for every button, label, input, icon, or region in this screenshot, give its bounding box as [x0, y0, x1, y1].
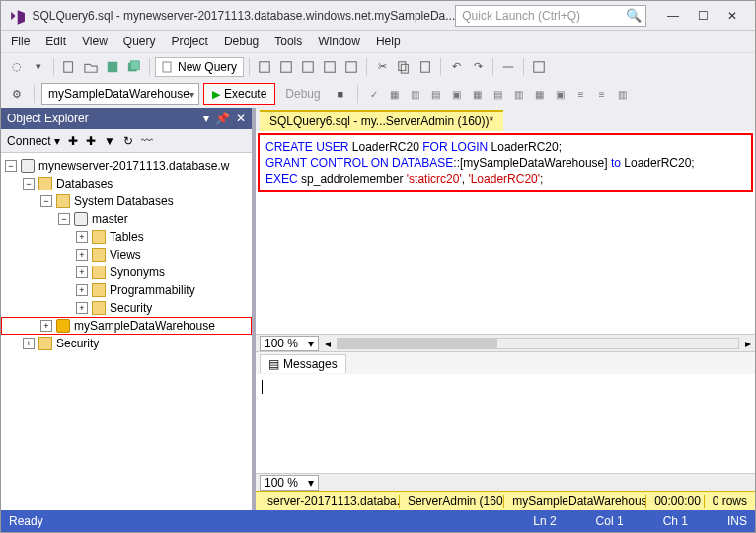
tree-views[interactable]: +Views — [1, 246, 252, 264]
object-tree: −mynewserver-20171113.database.w −Databa… — [1, 153, 252, 510]
save-icon[interactable] — [103, 57, 122, 77]
tree-synonyms[interactable]: +Synonyms — [1, 264, 252, 281]
menu-view[interactable]: View — [74, 32, 115, 51]
save-all-icon[interactable] — [124, 57, 144, 77]
tb-c[interactable] — [298, 57, 318, 77]
nav-fwd-icon[interactable]: ▾ — [29, 57, 48, 77]
tree-master[interactable]: −master — [1, 210, 252, 228]
tree-programmability[interactable]: +Programmability — [1, 281, 252, 299]
menu-debug[interactable]: Debug — [216, 32, 266, 51]
zoom-combo-2[interactable]: 100 %▾ — [260, 475, 319, 491]
h-scrollbar[interactable] — [337, 338, 739, 349]
tree-databases[interactable]: −Databases — [1, 175, 252, 192]
new-item-icon[interactable] — [59, 57, 79, 77]
svg-rect-4 — [163, 62, 171, 72]
messages-icon: ▤ — [268, 357, 279, 371]
expand-icon[interactable]: + — [76, 284, 88, 296]
menu-edit[interactable]: Edit — [38, 32, 74, 51]
messages-body[interactable] — [256, 374, 755, 473]
expand-icon[interactable]: + — [23, 338, 35, 349]
qt-5[interactable]: ▦ — [469, 85, 487, 103]
menu-window[interactable]: Window — [310, 32, 368, 51]
expand-icon[interactable]: + — [76, 302, 88, 314]
close-panel-icon[interactable]: ✕ — [236, 112, 246, 125]
tree-mysampledatawarehouse[interactable]: +mySampleDataWarehouse — [1, 317, 252, 335]
pin-icon[interactable]: 📌 — [215, 112, 230, 125]
qt-11[interactable]: ≡ — [593, 85, 611, 103]
svg-rect-12 — [421, 61, 430, 72]
tree-security-inner[interactable]: +Security — [1, 299, 252, 317]
expand-icon[interactable]: + — [76, 249, 88, 261]
copy-icon[interactable] — [394, 57, 414, 77]
tree-security[interactable]: +Security — [1, 335, 252, 352]
tree-tables[interactable]: +Tables — [1, 228, 252, 246]
collapse-icon[interactable]: − — [23, 178, 35, 190]
qt-4[interactable]: ▣ — [448, 85, 466, 103]
editor-pane: SQLQuery6.sql - my...ServerAdmin (160))*… — [256, 108, 755, 510]
qt-9[interactable]: ▣ — [552, 85, 569, 103]
sql-editor[interactable]: CREATE USER LoaderRC20 FOR LOGIN LoaderR… — [258, 133, 753, 192]
messages-tab[interactable]: ▤Messages — [260, 354, 346, 373]
open-icon[interactable] — [81, 57, 101, 77]
svg-rect-7 — [303, 61, 314, 72]
tb-e[interactable] — [341, 57, 361, 77]
scroll-right-icon[interactable]: ▸ — [745, 337, 751, 350]
menu-project[interactable]: Project — [164, 32, 216, 51]
tb-a[interactable] — [255, 57, 274, 77]
expand-icon[interactable]: + — [76, 266, 88, 278]
minimize-button[interactable]: — — [658, 6, 688, 26]
collapse-icon[interactable]: − — [5, 160, 17, 172]
close-button[interactable]: ✕ — [718, 6, 747, 26]
paste-icon[interactable] — [416, 57, 435, 77]
qt-icon[interactable]: ⚙ — [7, 84, 27, 104]
stop-icon[interactable]: ■ — [331, 84, 350, 104]
connect-icon-1[interactable]: ✚ — [68, 134, 78, 148]
tb-d[interactable] — [320, 57, 340, 77]
connect-button[interactable]: Connect ▾ — [7, 134, 60, 148]
maximize-button[interactable]: ☐ — [688, 6, 718, 26]
filter-icon[interactable]: ▼ — [104, 134, 115, 148]
dropdown-icon[interactable]: ▾ — [203, 112, 209, 125]
messages-panel: ▤Messages — [256, 351, 755, 473]
qt-10[interactable]: ≡ — [572, 85, 590, 103]
qt-1[interactable]: ▦ — [386, 85, 404, 103]
menu-file[interactable]: File — [3, 32, 38, 51]
redo-icon[interactable]: ↷ — [468, 57, 488, 77]
tb-g[interactable] — [529, 57, 549, 77]
nav-back-icon[interactable]: ◌ — [7, 57, 27, 77]
new-query-button[interactable]: New Query — [155, 57, 244, 77]
qt-8[interactable]: ▦ — [531, 85, 549, 103]
collapse-icon[interactable]: − — [40, 195, 52, 207]
cut-icon[interactable]: ✂ — [372, 57, 392, 77]
undo-icon[interactable]: ↶ — [446, 57, 466, 77]
connect-icon-2[interactable]: ✚ — [86, 134, 96, 148]
menu-help[interactable]: Help — [368, 32, 409, 51]
collapse-icon[interactable]: − — [58, 213, 70, 225]
qt-3[interactable]: ▤ — [427, 85, 445, 103]
tree-system-databases[interactable]: −System Databases — [1, 192, 252, 210]
menu-tools[interactable]: Tools — [266, 32, 310, 51]
debug-button[interactable]: Debug — [279, 87, 326, 101]
qt-2[interactable]: ▥ — [407, 85, 424, 103]
tree-server[interactable]: −mynewserver-20171113.database.w — [1, 157, 252, 175]
qt-6[interactable]: ▤ — [490, 85, 507, 103]
tb-b[interactable] — [276, 57, 296, 77]
expand-icon[interactable]: + — [40, 320, 52, 332]
tb-f[interactable] — [498, 57, 518, 77]
qt-12[interactable]: ▥ — [614, 85, 632, 103]
svg-rect-1 — [108, 61, 118, 72]
zoom-bar-top: 100 %▾ ◂ ▸ — [256, 334, 755, 351]
refresh-icon[interactable]: ↻ — [123, 134, 133, 148]
check-icon[interactable]: ✓ — [365, 85, 383, 103]
expand-icon[interactable]: + — [76, 231, 88, 243]
zoom-combo[interactable]: 100 %▾ — [260, 336, 319, 351]
editor-tab[interactable]: SQLQuery6.sql - my...ServerAdmin (160))* — [260, 110, 503, 131]
execute-button[interactable]: ▶ Execute — [203, 83, 275, 105]
database-combo[interactable]: mySampleDataWarehouse ▾ — [41, 83, 199, 105]
qt-7[interactable]: ▥ — [510, 85, 528, 103]
scroll-left-icon[interactable]: ◂ — [325, 337, 331, 350]
activity-icon[interactable]: 〰 — [141, 134, 153, 148]
status-line: Ln 2 — [533, 514, 556, 528]
menu-query[interactable]: Query — [115, 32, 164, 51]
quick-launch-input[interactable]: Quick Launch (Ctrl+Q) 🔍 — [455, 5, 646, 27]
